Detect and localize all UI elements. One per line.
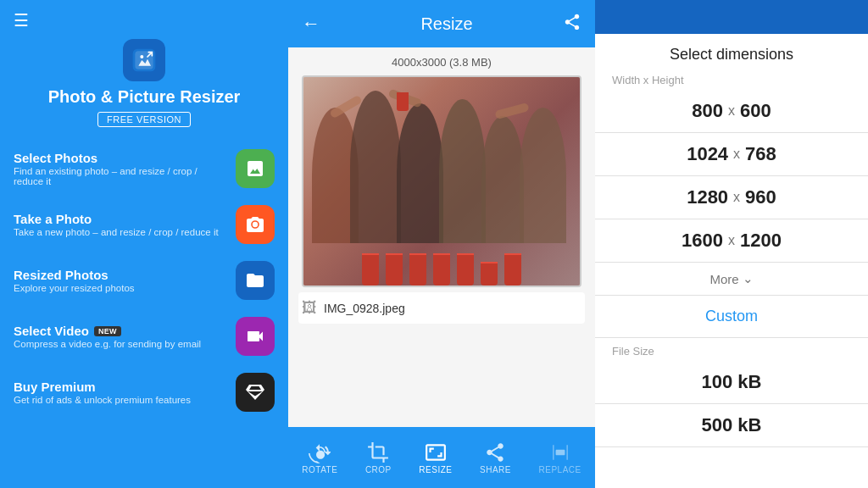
sidebar-item-buy-premium[interactable]: Buy Premium Get rid of ads & unlock prem… xyxy=(0,364,288,420)
chevron-down-icon: ⌄ xyxy=(743,271,754,286)
person-silhouette xyxy=(520,108,566,243)
dim-800: 800 xyxy=(692,100,723,122)
width-height-label: Width x Height xyxy=(595,70,868,90)
right-content: Select dimensions Width x Height 800 x 6… xyxy=(595,34,868,488)
custom-row[interactable]: Custom xyxy=(595,296,868,338)
right-panel: Select dimensions Width x Height 800 x 6… xyxy=(595,0,868,488)
select-video-button[interactable] xyxy=(236,317,275,356)
person-silhouette xyxy=(397,103,443,243)
dim-x-3: x xyxy=(728,233,735,248)
toolbar-rotate[interactable]: ROTATE xyxy=(293,436,346,480)
resized-photos-button[interactable] xyxy=(236,261,275,300)
bottom-toolbar: ROTATE CROP RESIZE SHARE REPLACE xyxy=(288,427,595,488)
right-header-bg xyxy=(595,0,868,34)
toolbar-crop[interactable]: CROP xyxy=(357,436,400,480)
take-photo-title: Take a Photo xyxy=(14,212,229,226)
toolbar-resize[interactable]: RESIZE xyxy=(410,436,460,480)
left-menu: Select Photos Find an existing photo – a… xyxy=(0,141,288,488)
replace-icon xyxy=(549,441,571,463)
share-label: SHARE xyxy=(480,465,511,474)
back-icon[interactable]: ← xyxy=(302,13,320,35)
more-label: More xyxy=(709,272,738,286)
file-size-label: File Size xyxy=(595,338,868,361)
select-video-sub: Compress a video e.g. for sending by ema… xyxy=(14,339,229,349)
buy-premium-title: Buy Premium xyxy=(14,380,229,394)
resized-photos-title: Resized Photos xyxy=(14,268,229,282)
rotate-icon xyxy=(309,441,331,463)
free-version-badge: FREE VERSION xyxy=(97,112,191,127)
dim-1200: 1200 xyxy=(740,230,782,252)
select-dimensions-title: Select dimensions xyxy=(595,34,868,70)
filesize-100kb[interactable]: 100 kB xyxy=(595,361,868,404)
left-panel: ☰ Photo & Picture Resizer FREE VERSION S… xyxy=(0,0,288,488)
select-video-title: Select Video NEW xyxy=(14,324,229,338)
cups-area xyxy=(329,239,554,286)
sidebar-item-resized-photos[interactable]: Resized Photos Explore your resized phot… xyxy=(0,252,288,308)
dim-x-1: x xyxy=(733,147,740,162)
file-icon: 🖼 xyxy=(302,299,317,317)
select-photos-sub: Find an existing photo – and resize / cr… xyxy=(14,166,229,186)
crop-icon xyxy=(367,441,389,463)
image-info-text: 4000x3000 (3.8 MB) xyxy=(392,56,492,69)
dimension-1600x1200[interactable]: 1600 x 1200 xyxy=(595,219,868,263)
image-icon xyxy=(245,158,265,179)
person-silhouette xyxy=(481,116,524,243)
photo-mock xyxy=(303,77,580,286)
center-panel: ← Resize 4000x3000 (3.8 MB) xyxy=(288,0,595,488)
buy-premium-button[interactable] xyxy=(236,373,275,412)
video-icon xyxy=(245,326,265,347)
sidebar-item-select-photos[interactable]: Select Photos Find an existing photo – a… xyxy=(0,141,288,197)
center-title: Resize xyxy=(331,14,563,34)
filesize-100kb-label: 100 kB xyxy=(702,371,762,393)
buy-premium-sub: Get rid of ads & unlock premium features xyxy=(14,395,229,405)
sidebar-item-select-video[interactable]: Select Video NEW Compress a video e.g. f… xyxy=(0,308,288,364)
rotate-label: ROTATE xyxy=(302,465,337,474)
dimension-1024x768[interactable]: 1024 x 768 xyxy=(595,133,868,176)
photo-container xyxy=(302,75,581,287)
dim-768: 768 xyxy=(745,143,776,165)
dim-1024: 1024 xyxy=(687,143,728,165)
take-photo-sub: Take a new photo – and resize / crop / r… xyxy=(14,227,229,237)
resize-icon xyxy=(425,441,447,463)
camera-icon xyxy=(245,214,265,235)
app-logo-icon xyxy=(131,47,158,74)
crop-label: CROP xyxy=(365,465,392,474)
resize-label: RESIZE xyxy=(419,465,452,474)
more-row[interactable]: More ⌄ xyxy=(595,263,868,296)
dim-1600: 1600 xyxy=(682,230,723,252)
replace-label: REPLACE xyxy=(539,465,581,474)
filesize-500kb-label: 500 kB xyxy=(702,414,762,436)
dim-x-0: x xyxy=(728,103,735,119)
dim-600: 600 xyxy=(740,100,771,122)
toolbar-share[interactable]: SHARE xyxy=(471,436,520,480)
take-photo-button[interactable] xyxy=(236,205,275,244)
resized-photos-sub: Explore your resized photos xyxy=(14,283,229,293)
image-area: 4000x3000 (3.8 MB) xyxy=(288,47,595,427)
diamond-icon xyxy=(245,382,265,402)
share-icon xyxy=(484,441,506,463)
app-logo xyxy=(123,39,165,81)
select-photos-title: Select Photos xyxy=(14,151,229,165)
filesize-500kb[interactable]: 500 kB xyxy=(595,404,868,447)
held-cup xyxy=(397,92,409,111)
person-silhouette xyxy=(439,99,486,243)
sidebar-item-take-photo[interactable]: Take a Photo Take a new photo – and resi… xyxy=(0,197,288,252)
person-silhouette xyxy=(350,91,401,243)
share-icon[interactable] xyxy=(563,13,581,36)
file-name-row: 🖼 IMG_0928.jpeg xyxy=(298,292,585,324)
center-header: ← Resize xyxy=(288,0,595,47)
file-name: IMG_0928.jpeg xyxy=(324,302,405,315)
dim-1280: 1280 xyxy=(687,186,728,208)
dim-960: 960 xyxy=(745,186,776,208)
toolbar-replace[interactable]: REPLACE xyxy=(531,436,590,480)
svg-point-2 xyxy=(140,55,143,58)
left-header: ☰ xyxy=(0,0,288,30)
dimension-800x600[interactable]: 800 x 600 xyxy=(595,90,868,133)
dimension-1280x960[interactable]: 1280 x 960 xyxy=(595,176,868,219)
new-badge: NEW xyxy=(94,326,121,336)
dim-x-2: x xyxy=(733,190,740,205)
hamburger-icon[interactable]: ☰ xyxy=(14,10,29,30)
folder-icon xyxy=(245,270,265,291)
app-title: Photo & Picture Resizer xyxy=(40,86,249,107)
select-photos-button[interactable] xyxy=(236,149,275,188)
